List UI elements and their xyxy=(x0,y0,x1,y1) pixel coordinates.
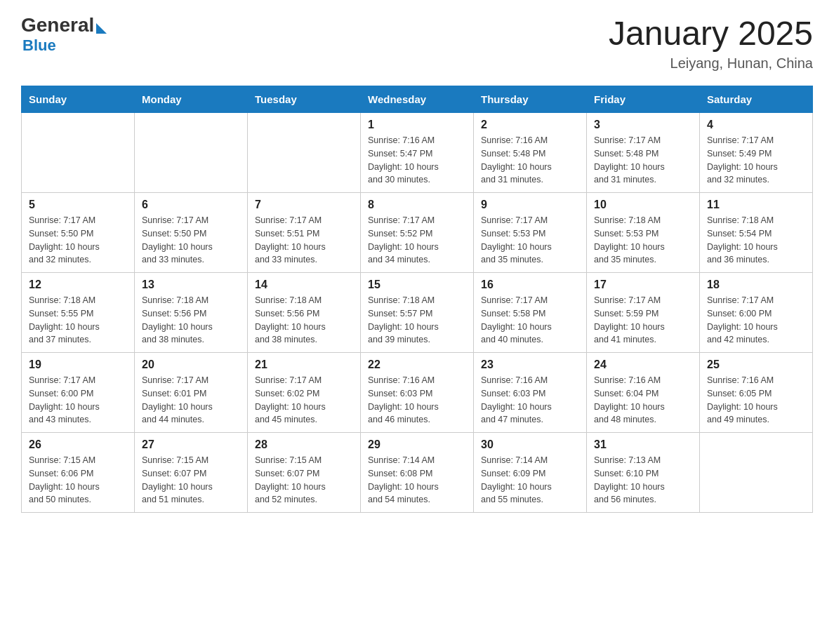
day-info: Sunrise: 7:14 AM Sunset: 6:08 PM Dayligh… xyxy=(368,454,466,507)
calendar-cell: 2Sunrise: 7:16 AM Sunset: 5:48 PM Daylig… xyxy=(474,113,587,193)
day-number: 31 xyxy=(594,438,692,451)
day-info: Sunrise: 7:15 AM Sunset: 6:07 PM Dayligh… xyxy=(255,454,353,507)
day-number: 12 xyxy=(29,279,127,291)
day-info: Sunrise: 7:13 AM Sunset: 6:10 PM Dayligh… xyxy=(594,454,692,507)
calendar-cell: 4Sunrise: 7:17 AM Sunset: 5:49 PM Daylig… xyxy=(700,113,813,193)
day-number: 19 xyxy=(29,358,127,371)
calendar-cell: 16Sunrise: 7:17 AM Sunset: 5:58 PM Dayli… xyxy=(474,273,587,353)
day-number: 25 xyxy=(707,358,805,371)
day-info: Sunrise: 7:17 AM Sunset: 6:02 PM Dayligh… xyxy=(255,374,353,427)
calendar-cell xyxy=(135,113,248,193)
day-info: Sunrise: 7:16 AM Sunset: 6:05 PM Dayligh… xyxy=(707,374,805,427)
calendar-cell: 26Sunrise: 7:15 AM Sunset: 6:06 PM Dayli… xyxy=(22,433,135,513)
calendar-cell: 27Sunrise: 7:15 AM Sunset: 6:07 PM Dayli… xyxy=(135,433,248,513)
calendar-cell: 13Sunrise: 7:18 AM Sunset: 5:56 PM Dayli… xyxy=(135,273,248,353)
day-number: 21 xyxy=(255,358,353,371)
logo: General Blue xyxy=(21,14,107,55)
day-number: 20 xyxy=(142,358,240,371)
calendar-cell: 9Sunrise: 7:17 AM Sunset: 5:53 PM Daylig… xyxy=(474,193,587,273)
calendar-cell: 14Sunrise: 7:18 AM Sunset: 5:56 PM Dayli… xyxy=(248,273,361,353)
week-row-3: 12Sunrise: 7:18 AM Sunset: 5:55 PM Dayli… xyxy=(22,273,813,353)
day-header-tuesday: Tuesday xyxy=(248,86,361,113)
day-info: Sunrise: 7:18 AM Sunset: 5:57 PM Dayligh… xyxy=(368,294,466,347)
calendar-cell xyxy=(700,433,813,513)
calendar-cell: 21Sunrise: 7:17 AM Sunset: 6:02 PM Dayli… xyxy=(248,353,361,433)
day-number: 30 xyxy=(481,438,579,451)
calendar-cell xyxy=(22,113,135,193)
day-number: 24 xyxy=(594,358,692,371)
day-number: 17 xyxy=(594,279,692,291)
day-number: 11 xyxy=(707,199,805,211)
day-number: 4 xyxy=(707,119,805,131)
week-row-4: 19Sunrise: 7:17 AM Sunset: 6:00 PM Dayli… xyxy=(22,353,813,433)
location-text: Leiyang, Hunan, China xyxy=(609,55,813,72)
calendar-cell: 31Sunrise: 7:13 AM Sunset: 6:10 PM Dayli… xyxy=(587,433,700,513)
day-header-saturday: Saturday xyxy=(700,86,813,113)
day-info: Sunrise: 7:18 AM Sunset: 5:53 PM Dayligh… xyxy=(594,214,692,267)
day-info: Sunrise: 7:18 AM Sunset: 5:55 PM Dayligh… xyxy=(29,294,127,347)
day-number: 1 xyxy=(368,119,466,131)
day-header-friday: Friday xyxy=(587,86,700,113)
day-info: Sunrise: 7:16 AM Sunset: 5:47 PM Dayligh… xyxy=(368,134,466,187)
calendar-cell: 11Sunrise: 7:18 AM Sunset: 5:54 PM Dayli… xyxy=(700,193,813,273)
calendar-header-row: SundayMondayTuesdayWednesdayThursdayFrid… xyxy=(22,86,813,113)
calendar-cell: 3Sunrise: 7:17 AM Sunset: 5:48 PM Daylig… xyxy=(587,113,700,193)
calendar-cell: 6Sunrise: 7:17 AM Sunset: 5:50 PM Daylig… xyxy=(135,193,248,273)
day-info: Sunrise: 7:17 AM Sunset: 5:58 PM Dayligh… xyxy=(481,294,579,347)
day-number: 22 xyxy=(368,358,466,371)
day-info: Sunrise: 7:17 AM Sunset: 6:00 PM Dayligh… xyxy=(707,294,805,347)
day-header-sunday: Sunday xyxy=(22,86,135,113)
day-info: Sunrise: 7:15 AM Sunset: 6:07 PM Dayligh… xyxy=(142,454,240,507)
calendar-cell: 29Sunrise: 7:14 AM Sunset: 6:08 PM Dayli… xyxy=(361,433,474,513)
day-info: Sunrise: 7:17 AM Sunset: 5:51 PM Dayligh… xyxy=(255,214,353,267)
day-info: Sunrise: 7:15 AM Sunset: 6:06 PM Dayligh… xyxy=(29,454,127,507)
week-row-1: 1Sunrise: 7:16 AM Sunset: 5:47 PM Daylig… xyxy=(22,113,813,193)
day-info: Sunrise: 7:17 AM Sunset: 5:48 PM Dayligh… xyxy=(594,134,692,187)
day-number: 26 xyxy=(29,438,127,451)
page-header: General Blue January 2025 Leiyang, Hunan… xyxy=(21,14,813,72)
day-header-thursday: Thursday xyxy=(474,86,587,113)
day-number: 9 xyxy=(481,199,579,211)
logo-triangle-icon xyxy=(96,23,107,34)
calendar-cell: 10Sunrise: 7:18 AM Sunset: 5:53 PM Dayli… xyxy=(587,193,700,273)
day-info: Sunrise: 7:17 AM Sunset: 5:52 PM Dayligh… xyxy=(368,214,466,267)
week-row-2: 5Sunrise: 7:17 AM Sunset: 5:50 PM Daylig… xyxy=(22,193,813,273)
day-info: Sunrise: 7:16 AM Sunset: 6:03 PM Dayligh… xyxy=(481,374,579,427)
day-number: 8 xyxy=(368,199,466,211)
calendar-cell: 8Sunrise: 7:17 AM Sunset: 5:52 PM Daylig… xyxy=(361,193,474,273)
day-number: 28 xyxy=(255,438,353,451)
day-number: 27 xyxy=(142,438,240,451)
day-info: Sunrise: 7:16 AM Sunset: 6:04 PM Dayligh… xyxy=(594,374,692,427)
day-info: Sunrise: 7:18 AM Sunset: 5:56 PM Dayligh… xyxy=(142,294,240,347)
day-info: Sunrise: 7:16 AM Sunset: 5:48 PM Dayligh… xyxy=(481,134,579,187)
day-info: Sunrise: 7:17 AM Sunset: 6:01 PM Dayligh… xyxy=(142,374,240,427)
calendar-cell: 5Sunrise: 7:17 AM Sunset: 5:50 PM Daylig… xyxy=(22,193,135,273)
day-number: 3 xyxy=(594,119,692,131)
calendar-cell: 7Sunrise: 7:17 AM Sunset: 5:51 PM Daylig… xyxy=(248,193,361,273)
calendar-cell: 17Sunrise: 7:17 AM Sunset: 5:59 PM Dayli… xyxy=(587,273,700,353)
calendar-cell: 24Sunrise: 7:16 AM Sunset: 6:04 PM Dayli… xyxy=(587,353,700,433)
day-info: Sunrise: 7:18 AM Sunset: 5:54 PM Dayligh… xyxy=(707,214,805,267)
title-block: January 2025 Leiyang, Hunan, China xyxy=(609,14,813,72)
calendar-cell: 19Sunrise: 7:17 AM Sunset: 6:00 PM Dayli… xyxy=(22,353,135,433)
day-number: 18 xyxy=(707,279,805,291)
calendar-cell: 15Sunrise: 7:18 AM Sunset: 5:57 PM Dayli… xyxy=(361,273,474,353)
day-info: Sunrise: 7:17 AM Sunset: 5:59 PM Dayligh… xyxy=(594,294,692,347)
day-number: 16 xyxy=(481,279,579,291)
day-info: Sunrise: 7:17 AM Sunset: 5:53 PM Dayligh… xyxy=(481,214,579,267)
logo-blue-text: Blue xyxy=(22,36,56,55)
calendar-cell: 20Sunrise: 7:17 AM Sunset: 6:01 PM Dayli… xyxy=(135,353,248,433)
day-number: 7 xyxy=(255,199,353,211)
day-number: 14 xyxy=(255,279,353,291)
day-number: 15 xyxy=(368,279,466,291)
day-number: 5 xyxy=(29,199,127,211)
day-header-monday: Monday xyxy=(135,86,248,113)
day-info: Sunrise: 7:17 AM Sunset: 6:00 PM Dayligh… xyxy=(29,374,127,427)
calendar-cell: 1Sunrise: 7:16 AM Sunset: 5:47 PM Daylig… xyxy=(361,113,474,193)
logo-general-text: General xyxy=(21,14,94,36)
calendar-cell: 18Sunrise: 7:17 AM Sunset: 6:00 PM Dayli… xyxy=(700,273,813,353)
day-number: 29 xyxy=(368,438,466,451)
day-header-wednesday: Wednesday xyxy=(361,86,474,113)
day-info: Sunrise: 7:17 AM Sunset: 5:49 PM Dayligh… xyxy=(707,134,805,187)
day-info: Sunrise: 7:17 AM Sunset: 5:50 PM Dayligh… xyxy=(142,214,240,267)
